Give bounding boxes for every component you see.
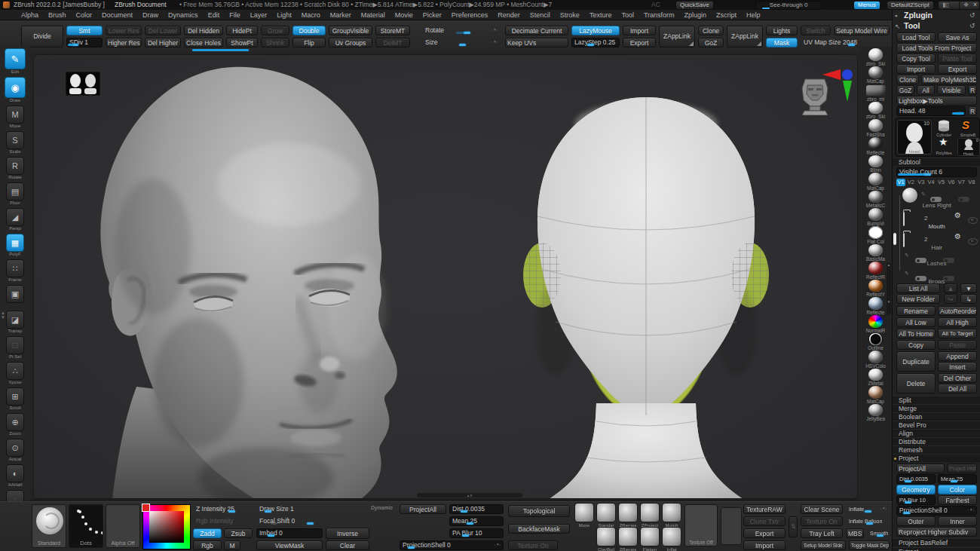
head-slider[interactable]: Head. 48 bbox=[896, 106, 966, 116]
head-r-button[interactable]: R bbox=[968, 106, 977, 116]
goz-visible-button[interactable]: Visible bbox=[937, 85, 966, 95]
left-shelf-tool[interactable]: ⊕ Zoom bbox=[2, 413, 28, 436]
new-folder-button[interactable]: New Folder bbox=[896, 294, 940, 304]
material-item[interactable]: ReflectY bbox=[866, 280, 885, 298]
all-to-home-button[interactable]: All To Home bbox=[896, 329, 936, 338]
insert-button[interactable]: Insert bbox=[938, 362, 977, 372]
menu-item[interactable]: Edit bbox=[208, 11, 220, 19]
subtool-section-header[interactable]: Subtool bbox=[893, 158, 980, 166]
menu-item[interactable]: Zplugin bbox=[684, 11, 707, 19]
head-low-tool[interactable]: 0 Head. bbox=[957, 138, 980, 156]
draw-size-slider[interactable]: Draw Size 1 bbox=[256, 504, 368, 514]
outer-button[interactable]: Outer bbox=[896, 516, 936, 526]
version-tab[interactable]: V2 bbox=[906, 179, 915, 186]
subtool-row[interactable]: ✎ Lens Right bbox=[893, 188, 980, 207]
export-tool-button[interactable]: Export bbox=[938, 64, 977, 74]
menu-item[interactable]: Alpha bbox=[21, 11, 38, 19]
mean-slider-panel[interactable]: Mean 25 bbox=[938, 474, 977, 484]
left-shelf-tool[interactable]: M Move bbox=[2, 106, 28, 129]
tray-collapse-arrows[interactable]: ▲▼ bbox=[1, 311, 7, 320]
menu-item[interactable]: Macro bbox=[302, 11, 320, 19]
menu-item[interactable]: Picker bbox=[423, 11, 442, 19]
gear-icon[interactable]: ⚙ bbox=[954, 211, 961, 219]
higher-res-button[interactable]: Higher Res bbox=[106, 38, 142, 47]
menu-item[interactable]: Transform bbox=[644, 11, 675, 19]
inner-button[interactable]: Inner bbox=[938, 516, 977, 526]
clone-button[interactable]: Clone bbox=[698, 26, 724, 35]
left-shelf-tool[interactable]: ▣ bbox=[2, 285, 28, 308]
tray-left-button[interactable]: Tray Left bbox=[801, 528, 843, 538]
cylinder-tool[interactable]: Cylinder bbox=[933, 120, 954, 136]
menu-item[interactable]: Layer bbox=[250, 11, 268, 19]
material-item[interactable]: Reflecte bbox=[867, 297, 885, 315]
left-shelf-tool[interactable]: ⊙ Actual bbox=[2, 439, 28, 462]
section-row[interactable]: Merge bbox=[893, 404, 980, 412]
project-history-button[interactable]: Project History bbox=[947, 464, 977, 473]
project-all-button[interactable]: ProjectAll bbox=[896, 464, 945, 473]
all-to-target-button[interactable]: All To Target bbox=[938, 329, 977, 338]
menu-item[interactable]: Material bbox=[361, 11, 385, 19]
move-into-icon[interactable]: ↪ bbox=[944, 294, 957, 304]
menu-item[interactable]: Zscript bbox=[716, 11, 737, 19]
material-item[interactable]: zbro_Ski bbox=[866, 48, 885, 66]
subtool-row[interactable]: ✎ Lashes bbox=[893, 251, 980, 268]
goz-tool-button[interactable]: GoZ bbox=[896, 85, 914, 95]
rename-button[interactable]: Rename bbox=[896, 306, 936, 316]
clear-button[interactable]: Clear bbox=[326, 540, 369, 550]
see-through-slider[interactable]: See-through 0 bbox=[755, 1, 822, 10]
zplugin-header[interactable]: Zplugin bbox=[904, 11, 933, 20]
material-item[interactable]: Blinn bbox=[868, 155, 883, 173]
goz-r-button[interactable]: R bbox=[968, 85, 977, 95]
section-row[interactable]: Distribute bbox=[893, 437, 980, 445]
group-visible-button[interactable]: GroupVisible bbox=[329, 26, 372, 35]
clear-scene-button[interactable]: Clear Scene bbox=[801, 504, 843, 514]
left-shelf-tool[interactable]: ◉ Draw bbox=[2, 77, 28, 103]
alpha-thumbnail[interactable]: Alpha Off bbox=[106, 504, 140, 548]
lights-button[interactable]: Lights bbox=[766, 26, 798, 35]
texture-on-button[interactable]: Texture On bbox=[508, 540, 558, 550]
uv-groups-button[interactable]: Uv Groups bbox=[329, 38, 372, 47]
texture-slot-thumbnail[interactable] bbox=[721, 507, 742, 545]
toggle-dim[interactable] bbox=[958, 197, 969, 202]
color-picker[interactable] bbox=[142, 504, 191, 549]
section-row[interactable]: Align bbox=[893, 429, 980, 437]
mask-toggle[interactable]: Mask bbox=[766, 38, 798, 47]
menu-item[interactable]: File bbox=[229, 11, 240, 19]
section-row[interactable]: Split bbox=[893, 396, 980, 404]
mean-slider[interactable]: Mean 25 bbox=[449, 516, 504, 526]
del-other-button[interactable]: Del Other bbox=[938, 373, 977, 383]
duplicate-button[interactable]: Duplicate bbox=[896, 351, 936, 372]
section-row[interactable]: Bevel Pro bbox=[893, 421, 980, 429]
keep-uvs-button[interactable]: Keep UVs bbox=[505, 38, 568, 47]
pa-blur-slider-panel[interactable]: PA Blur 10 bbox=[896, 495, 936, 505]
material-item[interactable]: MatCap bbox=[867, 173, 884, 191]
toggle-mask-depth-button[interactable]: Toggle Mask Depth bbox=[849, 540, 890, 550]
del-higher-button[interactable]: Del Higher bbox=[145, 38, 181, 47]
project-section-header[interactable]: Project bbox=[893, 454, 980, 462]
version-tab[interactable]: V1 bbox=[896, 179, 905, 186]
visible-count-slider[interactable]: Visible Count 6 bbox=[896, 167, 977, 177]
move-up-icon[interactable]: ▲ bbox=[944, 283, 957, 293]
brush-quick-item[interactable]: ZRemes bbox=[618, 527, 638, 551]
subtool-row[interactable]: 2 ⚙ Hair bbox=[893, 230, 980, 249]
material-item[interactable]: MatCap bbox=[867, 386, 884, 404]
setup-model-wire-button[interactable]: Setup Model Wire bbox=[834, 26, 890, 35]
axis-gizmo[interactable] bbox=[815, 66, 858, 103]
import-button[interactable]: Import bbox=[623, 26, 656, 35]
size-slider[interactable]: Size‹▾› bbox=[422, 38, 501, 47]
material-item[interactable]: ZMetal bbox=[868, 369, 884, 387]
version-tab[interactable]: V6 bbox=[947, 179, 956, 186]
menu-item[interactable]: Document bbox=[102, 11, 133, 19]
simple-brush-tool[interactable]: S SimpleB bbox=[957, 120, 978, 136]
menu-item[interactable]: Stencil bbox=[530, 11, 550, 19]
lower-res-button[interactable]: Lower Res bbox=[106, 26, 142, 35]
left-shelf-tool[interactable]: ∴ Xpose bbox=[2, 362, 28, 385]
load-tools-from-project-button[interactable]: Load Tools From Project bbox=[896, 43, 977, 53]
menu-item[interactable]: Movie bbox=[395, 11, 413, 19]
left-shelf-tool[interactable]: ⊞ Scroll bbox=[2, 387, 28, 411]
menus-toggle[interactable]: Menus bbox=[853, 1, 880, 10]
left-shelf-tool[interactable]: ▦ PolyF bbox=[2, 234, 28, 257]
left-shelf-tool[interactable]: ◐ AAHalf bbox=[2, 464, 28, 488]
rotate-slider[interactable]: Rotate‹▾› bbox=[422, 26, 501, 35]
left-shelf-tool[interactable]: S Scale bbox=[2, 131, 28, 155]
